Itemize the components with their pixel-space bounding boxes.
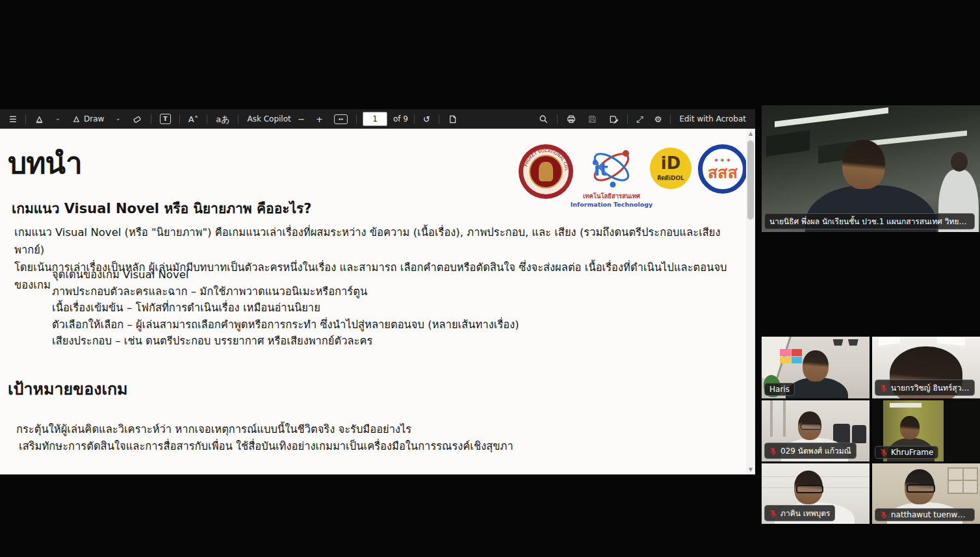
toolbar-divider	[238, 114, 239, 124]
feature-item: เสียงประกอบ – เช่น ดนตรีประกอบ บรรยากาศ …	[52, 333, 519, 350]
fullscreen-button[interactable]: ⤢	[634, 114, 645, 125]
participant-name-label: KhruFrame	[875, 446, 938, 459]
zoom-out-button[interactable]: −	[295, 114, 307, 125]
zoom-in-button[interactable]: +	[313, 114, 326, 125]
muted-mic-icon	[880, 384, 888, 392]
muted-mic-icon	[880, 511, 888, 519]
draw-chevron[interactable]: ⌄	[112, 113, 123, 123]
highlight-chevron[interactable]: ⌄	[53, 113, 63, 123]
document-title: บทนำ	[8, 139, 82, 187]
participant-name-label: natthawut tuenweradet	[875, 508, 975, 521]
goal-item: กระตุ้นให้ผู้เล่นคิดและวิเคราะห์ว่า หากเ…	[16, 421, 513, 438]
feature-list: จุดเด่นของเกม Visual Novel ภาพประกอบตัวล…	[52, 266, 519, 350]
toolbar-divider	[25, 114, 26, 124]
participant-tile-pakin[interactable]: ภาคิน เทพบุตร	[762, 463, 870, 524]
pdf-viewer-window: ☰ ⌄ Draw ⌄ T A˄ aあ Ask Copilot	[0, 109, 755, 474]
save-icon	[587, 114, 597, 124]
eraser-icon	[132, 114, 142, 124]
section-heading-game-goals: เป้าหมายของเกม	[8, 376, 128, 402]
glasses	[801, 424, 821, 430]
translate-button[interactable]: aあ	[213, 114, 232, 125]
pdf-toolbar: ☰ ⌄ Draw ⌄ T A˄ aあ Ask Copilot	[0, 109, 755, 129]
highlight-button[interactable]	[32, 113, 47, 125]
glasses	[796, 485, 823, 493]
thaihealth-sss-logo: ✶✶✶ สสส	[698, 144, 747, 194]
page-number-input[interactable]	[363, 112, 387, 126]
settings-button[interactable]: ⚙	[652, 114, 665, 125]
participant-name-label: 029 นัตพงศ์ แก้วมณี	[764, 443, 857, 459]
page-count-label: of 9	[393, 114, 408, 123]
feature-item: ภาพประกอบตัวละครและฉาก – มักใช้ภาพวาดแนว…	[52, 283, 519, 300]
toolbar-divider	[151, 114, 151, 124]
section-heading-what-is-visual-novel: เกมแนว Visual Novel หรือ นิยายภาพ คืออะไ…	[12, 198, 312, 219]
participant-tile-haris[interactable]: Haris	[762, 337, 870, 398]
logo-row: PHUKET VOCATIONAL COLLEGE it เทคโนโลยีสา…	[519, 144, 747, 208]
muted-mic-icon	[769, 510, 777, 517]
main-video-tile[interactable]: นายนิธิศ พึ่งผล นักเรียนชั้น ปวช.1 แผนกส…	[762, 105, 980, 232]
print-icon	[566, 114, 576, 124]
participant-tile-khruframe[interactable]: KhruFrame	[872, 400, 980, 461]
erase-button[interactable]	[129, 113, 145, 125]
svg-text:PHUKET VOCATIONAL COLLEGE: PHUKET VOCATIONAL COLLEGE	[519, 144, 569, 171]
participant-name-label: ภาคิน เทพบุตร	[764, 505, 835, 521]
ask-copilot-button[interactable]: Ask Copilot	[244, 113, 293, 125]
page-view-button[interactable]	[445, 113, 460, 125]
read-aloud-button[interactable]: A˄	[186, 114, 201, 125]
paragraph-line: เกมแนว Visual Novel (หรือ "นิยายภาพ") คื…	[14, 224, 741, 259]
search-icon	[539, 114, 548, 124]
toolbar-divider	[557, 114, 558, 124]
add-text-button[interactable]: T	[157, 112, 174, 125]
kiddee-caption: คิดดีiDOL	[657, 174, 684, 183]
muted-mic-icon	[880, 448, 888, 456]
feature-item: จุดเด่นของเกม Visual Novel	[52, 266, 519, 283]
toolbar-divider	[207, 114, 207, 124]
save-as-icon	[608, 114, 619, 124]
rotate-button[interactable]: ↺	[420, 114, 433, 125]
fit-width-icon: ↔	[334, 114, 348, 124]
search-button[interactable]	[536, 113, 551, 125]
toolbar-divider	[414, 114, 415, 124]
it-caption-thai: เทคโนโลยีสารสนเทศ	[583, 191, 640, 201]
toolbar-divider	[439, 114, 439, 124]
scroll-down-arrow[interactable]: ▼	[746, 467, 755, 473]
text-box-icon: T	[160, 114, 171, 124]
pdf-scrollbar[interactable]: ▲ ▼	[746, 129, 755, 474]
college-ring-text: PHUKET VOCATIONAL COLLEGE	[519, 144, 569, 171]
it-caption-english: Information Technology	[571, 201, 652, 208]
fit-to-width-button[interactable]: ↔	[331, 113, 350, 125]
muted-mic-icon	[769, 447, 777, 455]
kiddee-idol-logo: iD คิดดีiDOL	[650, 148, 691, 189]
information-technology-logo: it เทคโนโลยีสารสนเทศ Information Technol…	[580, 144, 643, 208]
participant-tile-korawit[interactable]: นายกรวิชญ์ อินทร์สุวรรณ์	[872, 337, 980, 398]
draw-pen-icon	[71, 114, 81, 124]
kiddee-monogram: iD	[661, 155, 681, 172]
page-view-icon	[448, 114, 458, 124]
toolbar-divider	[179, 114, 180, 124]
office-wall-logo	[780, 349, 802, 363]
goal-list: กระตุ้นให้ผู้เล่นคิดและวิเคราะห์ว่า หากเ…	[16, 421, 513, 455]
highlighter-icon	[34, 114, 44, 124]
toolbar-divider	[356, 114, 357, 124]
main-participant-name-label: นายนิธิศ พึ่งผล นักเรียนชั้น ปวช.1 แผนกส…	[764, 213, 975, 229]
participant-tile-natthawut[interactable]: natthawut tuenweradet	[872, 463, 980, 524]
scroll-up-arrow[interactable]: ▲	[746, 131, 755, 136]
feature-item: เนื้อเรื่องเข้มข้น – โฟกัสที่การดำเนินเร…	[52, 300, 519, 317]
print-button[interactable]	[563, 113, 579, 125]
toolbar-divider	[670, 114, 671, 124]
feature-item: ตัวเลือกให้เลือก – ผู้เล่นสามารถเลือกคำพ…	[52, 317, 519, 333]
it-logo-text: it	[594, 160, 608, 179]
edit-with-acrobat-button[interactable]: Edit with Acrobat	[677, 113, 749, 125]
menu-icon[interactable]: ☰	[6, 114, 19, 125]
sss-text: สสส	[708, 164, 738, 181]
scrollbar-thumb[interactable]	[747, 140, 754, 220]
goal-item: เสริมทักษะการตัดสินใจและการสื่อสารกับเพื…	[16, 438, 513, 455]
save-button[interactable]	[585, 113, 600, 125]
participant-name-label: Haris	[764, 383, 795, 396]
glasses	[907, 484, 935, 493]
draw-button[interactable]: Draw	[69, 113, 107, 125]
participant-name-label: นายกรวิชญ์ อินทร์สุวรรณ์	[875, 380, 975, 396]
participant-tile-029-nattapong[interactable]: 029 นัตพงศ์ แก้วมณี	[762, 400, 870, 461]
draw-label: Draw	[84, 114, 104, 123]
save-as-button[interactable]	[606, 113, 621, 125]
toolbar-divider	[627, 114, 628, 124]
